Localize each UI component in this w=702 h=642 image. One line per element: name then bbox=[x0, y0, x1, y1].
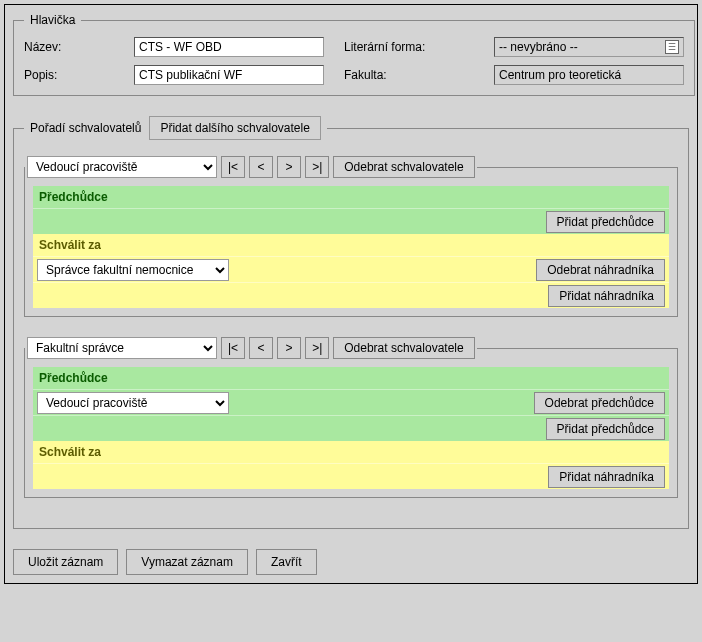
approver-box-1: Vedoucí pracoviště |< < > >| Odebrat sch… bbox=[24, 156, 678, 317]
approver1-add-sub-button[interactable]: Přidat náhradníka bbox=[548, 285, 665, 307]
approver1-prev-button[interactable]: < bbox=[249, 156, 273, 178]
approver-box-2: Fakultní správce |< < > >| Odebrat schva… bbox=[24, 337, 678, 498]
orders-fieldset: Pořadí schvalovatelů Přidat dalšího schv… bbox=[13, 116, 689, 529]
orders-legend: Pořadí schvalovatelů bbox=[30, 121, 141, 135]
approver1-role-select[interactable]: Vedoucí pracoviště bbox=[27, 156, 217, 178]
approver2-next-button[interactable]: > bbox=[277, 337, 301, 359]
approver2-first-button[interactable]: |< bbox=[221, 337, 245, 359]
approver1-add-pred-button[interactable]: Přidat předchůdce bbox=[546, 211, 665, 233]
header-legend: Hlavička bbox=[24, 13, 81, 27]
approver2-remove-button[interactable]: Odebrat schvalovatele bbox=[333, 337, 474, 359]
approver2-legend: Fakultní správce |< < > >| Odebrat schva… bbox=[25, 337, 477, 359]
approver2-last-button[interactable]: >| bbox=[305, 337, 329, 359]
list-icon: ☰ bbox=[665, 40, 679, 54]
add-approver-button[interactable]: Přidat dalšího schvalovatele bbox=[149, 116, 320, 140]
approver1-schv-header: Schválit za bbox=[33, 234, 669, 256]
orders-legend-group: Pořadí schvalovatelů Přidat dalšího schv… bbox=[24, 116, 327, 140]
approver1-sub-select[interactable]: Správce fakultní nemocnice bbox=[37, 259, 229, 281]
approver2-role-select[interactable]: Fakultní správce bbox=[27, 337, 217, 359]
approver1-pred-header: Předchůdce bbox=[33, 186, 669, 208]
approver2-pred-header: Předchůdce bbox=[33, 367, 669, 389]
faculty-value: Centrum pro teoretická bbox=[499, 68, 621, 82]
approver1-first-button[interactable]: |< bbox=[221, 156, 245, 178]
delete-button[interactable]: Vymazat záznam bbox=[126, 549, 248, 575]
bottom-button-bar: Uložit záznam Vymazat záznam Zavřít bbox=[13, 549, 689, 575]
approver1-last-button[interactable]: >| bbox=[305, 156, 329, 178]
approver2-schv-header: Schválit za bbox=[33, 441, 669, 463]
name-input[interactable] bbox=[134, 37, 324, 57]
litform-value: -- nevybráno -- bbox=[499, 40, 578, 54]
approver2-prev-button[interactable]: < bbox=[249, 337, 273, 359]
approver1-legend: Vedoucí pracoviště |< < > >| Odebrat sch… bbox=[25, 156, 477, 178]
faculty-label: Fakulta: bbox=[344, 68, 474, 82]
approver1-remove-button[interactable]: Odebrat schvalovatele bbox=[333, 156, 474, 178]
desc-input[interactable] bbox=[134, 65, 324, 85]
litform-label: Literární forma: bbox=[344, 40, 474, 54]
main-panel: Hlavička Název: Literární forma: -- nevy… bbox=[4, 4, 698, 584]
litform-select[interactable]: -- nevybráno -- ☰ bbox=[494, 37, 684, 57]
save-button[interactable]: Uložit záznam bbox=[13, 549, 118, 575]
approver2-add-pred-button[interactable]: Přidat předchůdce bbox=[546, 418, 665, 440]
approver1-remove-sub-button[interactable]: Odebrat náhradníka bbox=[536, 259, 665, 281]
desc-label: Popis: bbox=[24, 68, 114, 82]
approver1-next-button[interactable]: > bbox=[277, 156, 301, 178]
close-button[interactable]: Zavřít bbox=[256, 549, 317, 575]
name-label: Název: bbox=[24, 40, 114, 54]
header-fieldset: Hlavička Název: Literární forma: -- nevy… bbox=[13, 13, 695, 96]
approver2-pred-select[interactable]: Vedoucí pracoviště bbox=[37, 392, 229, 414]
approver2-remove-pred-button[interactable]: Odebrat předchůdce bbox=[534, 392, 665, 414]
approver2-add-sub-button[interactable]: Přidat náhradníka bbox=[548, 466, 665, 488]
faculty-display: Centrum pro teoretická bbox=[494, 65, 684, 85]
